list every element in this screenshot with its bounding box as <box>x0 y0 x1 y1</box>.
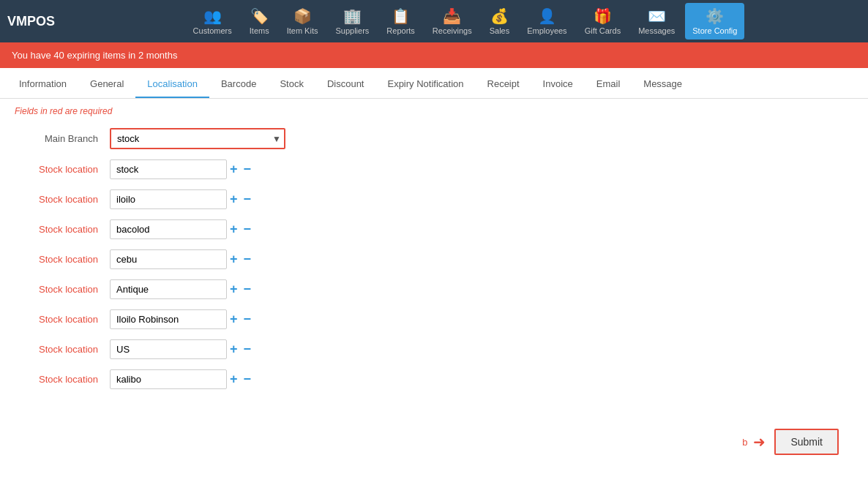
stock-location-row-3: Stock location + − <box>15 219 366 239</box>
stock-location-add-8[interactable]: + <box>227 372 241 387</box>
tab-information[interactable]: Information <box>7 71 78 98</box>
submit-button[interactable]: Submit <box>774 429 839 455</box>
messages-label: Messages <box>638 26 675 35</box>
reports-label: Reports <box>386 26 415 35</box>
stock-location-input-8[interactable] <box>110 369 227 389</box>
stock-location-label-8: Stock location <box>15 374 110 385</box>
tab-expiry-notification[interactable]: Expiry Notification <box>375 71 475 98</box>
submit-hint-label: b <box>742 437 747 448</box>
suppliers-icon: 🏢 <box>343 7 362 25</box>
receivings-icon: 📥 <box>443 7 461 25</box>
store-config-icon: ⚙️ <box>706 7 724 25</box>
tab-discount[interactable]: Discount <box>315 71 376 98</box>
alert-banner: You have 40 expiring items in 2 months <box>0 42 868 68</box>
tabs-bar: InformationGeneralLocalisationBarcodeSto… <box>0 71 868 99</box>
sales-icon: 💰 <box>490 7 509 25</box>
stock-location-label-4: Stock location <box>15 254 110 265</box>
stock-location-row-2: Stock location + − <box>15 189 366 209</box>
stock-location-label-1: Stock location <box>15 164 110 175</box>
stock-location-label-6: Stock location <box>15 314 110 325</box>
tab-invoice[interactable]: Invoice <box>531 71 585 98</box>
nav-item-messages[interactable]: ✉️ Messages <box>631 3 682 40</box>
stock-location-add-5[interactable]: + <box>227 282 241 297</box>
nav-item-receivings[interactable]: 📥 Receivings <box>425 3 479 40</box>
nav-item-items[interactable]: 🏷️ Items <box>242 3 277 40</box>
main-branch-select-wrapper: stock ▼ <box>110 128 285 149</box>
stock-location-remove-4[interactable]: − <box>241 252 255 267</box>
required-note: Fields in red are required <box>15 106 853 116</box>
arrow-right-icon: ➜ <box>753 433 766 451</box>
stock-location-row-5: Stock location + − <box>15 279 366 299</box>
items-label: Items <box>250 26 269 35</box>
stock-location-input-5[interactable] <box>110 279 227 299</box>
item-kits-label: Item Kits <box>287 26 318 35</box>
stock-location-remove-2[interactable]: − <box>241 192 255 207</box>
stock-location-add-3[interactable]: + <box>227 222 241 237</box>
gift-cards-icon: 🎁 <box>594 7 612 25</box>
item-kits-icon: 📦 <box>293 7 312 25</box>
stock-location-remove-1[interactable]: − <box>241 162 255 177</box>
main-branch-select[interactable]: stock <box>110 128 285 149</box>
submit-area: b ➜ Submit <box>0 414 868 470</box>
messages-icon: ✉️ <box>648 7 666 25</box>
receivings-label: Receivings <box>433 26 472 35</box>
nav-item-item-kits[interactable]: 📦 Item Kits <box>280 3 326 40</box>
stock-location-input-7[interactable] <box>110 339 227 359</box>
tab-stock[interactable]: Stock <box>268 71 315 98</box>
sales-label: Sales <box>490 26 510 35</box>
stock-location-row-1: Stock location + − <box>15 159 366 179</box>
main-branch-row: Main Branch stock ▼ <box>15 128 366 149</box>
tab-email[interactable]: Email <box>585 71 632 98</box>
main-branch-label: Main Branch <box>15 133 110 144</box>
stock-location-row-8: Stock location + − <box>15 369 366 389</box>
tab-barcode[interactable]: Barcode <box>209 71 268 98</box>
stock-location-input-6[interactable] <box>110 309 227 329</box>
stock-location-label-7: Stock location <box>15 344 110 355</box>
stock-location-label-3: Stock location <box>15 224 110 235</box>
nav-item-reports[interactable]: 📋 Reports <box>379 3 422 40</box>
nav-item-employees[interactable]: 👤 Employees <box>520 3 574 40</box>
stock-location-input-3[interactable] <box>110 219 227 239</box>
stock-location-row-4: Stock location + − <box>15 249 366 269</box>
stock-location-add-2[interactable]: + <box>227 192 241 207</box>
tab-general[interactable]: General <box>78 71 135 98</box>
tab-receipt[interactable]: Receipt <box>476 71 531 98</box>
employees-icon: 👤 <box>538 7 556 25</box>
stock-location-add-4[interactable]: + <box>227 252 241 267</box>
nav-items: 👥 Customers 🏷️ Items 📦 Item Kits 🏢 Suppl… <box>70 3 861 40</box>
tab-localisation[interactable]: Localisation <box>135 71 209 98</box>
stock-location-remove-3[interactable]: − <box>241 222 255 237</box>
reports-icon: 📋 <box>392 7 410 25</box>
stock-location-add-1[interactable]: + <box>227 162 241 177</box>
tab-message[interactable]: Message <box>632 71 694 98</box>
nav-item-suppliers[interactable]: 🏢 Suppliers <box>328 3 376 40</box>
stock-location-row-7: Stock location + − <box>15 339 366 359</box>
items-icon: 🏷️ <box>250 7 269 25</box>
stock-location-label-5: Stock location <box>15 284 110 295</box>
stock-location-label-2: Stock location <box>15 194 110 205</box>
stock-location-add-6[interactable]: + <box>227 312 241 327</box>
suppliers-label: Suppliers <box>335 26 369 35</box>
nav-item-customers[interactable]: 👥 Customers <box>186 3 239 40</box>
stock-location-remove-6[interactable]: − <box>241 312 255 327</box>
stock-location-input-4[interactable] <box>110 249 227 269</box>
submit-hint: b ➜ <box>742 433 766 451</box>
navbar: VMPOS 👥 Customers 🏷️ Items 📦 Item Kits 🏢… <box>0 0 868 42</box>
stock-location-remove-7[interactable]: − <box>241 342 255 357</box>
app-brand: VMPOS <box>7 14 55 29</box>
main-content: Fields in red are required Main Branch s… <box>0 99 868 414</box>
nav-item-gift-cards[interactable]: 🎁 Gift Cards <box>577 3 629 40</box>
customers-label: Customers <box>193 26 232 35</box>
nav-item-store-config[interactable]: ⚙️ Store Config <box>685 3 744 40</box>
stock-location-input-2[interactable] <box>110 189 227 209</box>
stock-location-rows: Stock location + − Stock location + − St… <box>15 159 366 389</box>
stock-location-input-1[interactable] <box>110 159 227 179</box>
stock-location-add-7[interactable]: + <box>227 342 241 357</box>
stock-location-row-6: Stock location + − <box>15 309 366 329</box>
stock-location-remove-8[interactable]: − <box>241 372 255 387</box>
gift-cards-label: Gift Cards <box>585 26 621 35</box>
store-config-label: Store Config <box>692 26 737 35</box>
nav-item-sales[interactable]: 💰 Sales <box>482 3 517 40</box>
customers-icon: 👥 <box>203 7 222 25</box>
stock-location-remove-5[interactable]: − <box>241 282 255 297</box>
